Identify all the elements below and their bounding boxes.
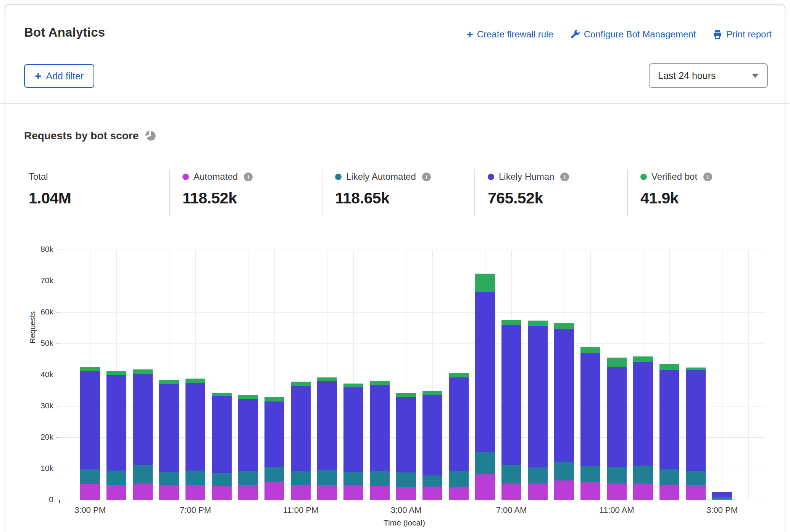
bar-segment — [475, 274, 495, 292]
bar-segment — [659, 485, 679, 500]
bar-segment — [686, 370, 706, 471]
chart-bar[interactable] — [317, 377, 337, 500]
y-tick — [56, 500, 59, 500]
stat-label: Total — [29, 171, 48, 182]
chart-bar[interactable] — [659, 364, 679, 500]
requests-stacked-bar-chart: Requests Time (local) 010k20k30k40k50k60… — [0, 229, 790, 532]
chart-bar[interactable] — [238, 395, 258, 500]
bar-segment — [554, 329, 574, 462]
chart-bar[interactable] — [159, 380, 179, 500]
bar-segment — [475, 292, 495, 452]
x-tick-label: 11:00 AM — [590, 505, 643, 515]
bar-segment — [501, 320, 521, 325]
chart-bar[interactable] — [475, 274, 495, 500]
bar-segment — [396, 393, 416, 397]
bar-segment — [159, 380, 179, 384]
y-tick-label: 20k — [31, 432, 53, 442]
info-icon[interactable]: i — [703, 172, 712, 181]
stat-divider — [627, 169, 628, 216]
bar-segment — [133, 374, 153, 465]
bar-segment — [370, 385, 390, 471]
bar-segment — [422, 391, 442, 395]
chart-bar[interactable] — [133, 369, 153, 500]
chart-bar[interactable] — [343, 384, 363, 500]
stat-divider — [474, 169, 475, 216]
stat-likely-human: Likely Human i 765.52k — [488, 171, 569, 207]
create-firewall-rule-link[interactable]: + Create firewall rule — [466, 29, 553, 40]
plus-icon: + — [35, 71, 42, 81]
info-icon[interactable]: i — [244, 172, 253, 181]
bar-segment — [607, 358, 627, 367]
bar-segment — [159, 485, 179, 500]
chevron-down-icon — [752, 74, 759, 78]
chart-bar[interactable] — [185, 379, 205, 500]
chart-bar[interactable] — [501, 320, 521, 500]
y-tick-label: 70k — [31, 276, 53, 285]
x-origin-tick — [59, 500, 60, 503]
chart-bar[interactable] — [291, 382, 311, 500]
bar-segment — [291, 471, 311, 485]
stat-label: Likely Automated — [346, 171, 416, 182]
likely-human-dot — [488, 174, 494, 180]
y-tick-label: 10k — [31, 464, 53, 473]
chart-bar[interactable] — [80, 367, 100, 500]
bar-segment — [528, 326, 548, 468]
bar-segment — [80, 484, 100, 500]
pie-chart-icon — [145, 130, 156, 142]
stat-value: 118.52k — [182, 189, 253, 207]
chart-bar[interactable] — [212, 393, 232, 500]
bar-segment — [633, 484, 653, 500]
chart-bar[interactable] — [528, 321, 548, 500]
info-icon[interactable]: i — [560, 172, 569, 181]
add-filter-button[interactable]: + Add filter — [24, 64, 94, 88]
bar-segment — [475, 474, 495, 500]
chart-bar[interactable] — [449, 373, 469, 500]
bar-segment — [185, 471, 205, 485]
y-tick — [56, 312, 59, 313]
bar-segment — [264, 467, 284, 482]
chart-bar[interactable] — [264, 397, 284, 500]
bar-segment — [106, 375, 126, 471]
bar-segment — [291, 386, 311, 471]
print-report-link[interactable]: Print report — [713, 29, 772, 40]
chart-bar[interactable] — [554, 323, 574, 500]
chart-bar[interactable] — [370, 381, 390, 500]
bar-segment — [133, 484, 153, 500]
bar-segment — [422, 487, 442, 500]
bar-segment — [317, 377, 337, 381]
bar-segment — [185, 379, 205, 383]
bar-segment — [686, 485, 706, 500]
bar-segment — [343, 384, 363, 387]
bar-segment — [133, 369, 153, 374]
bar-segment — [422, 476, 442, 487]
x-tick-label: 3:00 PM — [63, 505, 117, 515]
chart-bar[interactable] — [712, 492, 732, 500]
bar-segment — [554, 480, 574, 500]
bar-segment — [343, 485, 363, 500]
bar-segment — [264, 401, 284, 467]
chart-bar[interactable] — [686, 368, 706, 500]
chart-bar[interactable] — [106, 371, 126, 500]
configure-bot-management-link[interactable]: Configure Bot Management — [570, 29, 696, 40]
chart-bar[interactable] — [633, 356, 653, 500]
bar-segment — [396, 487, 416, 500]
bar-segment — [422, 395, 442, 476]
bar-segment — [580, 353, 600, 466]
gridline-h — [59, 343, 765, 344]
y-tick-label: 40k — [31, 370, 53, 379]
gridline-v — [722, 250, 722, 500]
y-tick-label: 80k — [31, 245, 53, 254]
time-range-dropdown[interactable]: Last 24 hours — [649, 63, 768, 88]
chart-bar[interactable] — [607, 358, 627, 500]
chart-bar[interactable] — [580, 347, 600, 500]
stat-divider — [169, 169, 170, 216]
bar-segment — [317, 470, 337, 485]
info-icon[interactable]: i — [422, 172, 431, 181]
bar-segment — [159, 384, 179, 472]
bar-segment — [396, 397, 416, 472]
bar-segment — [291, 485, 311, 500]
chart-bar[interactable] — [422, 391, 442, 500]
chart-bar[interactable] — [396, 393, 416, 500]
bar-segment — [212, 473, 232, 486]
bar-segment — [449, 471, 469, 487]
